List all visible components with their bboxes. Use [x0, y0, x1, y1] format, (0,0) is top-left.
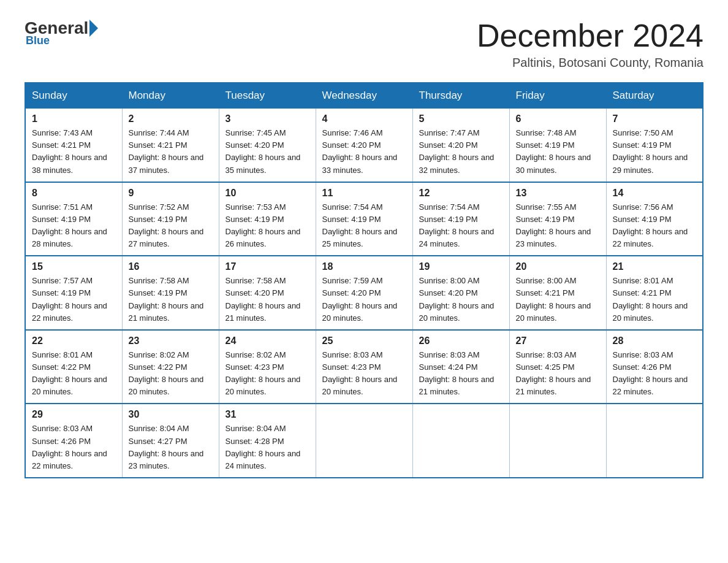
day-info: Sunrise: 7:56 AMSunset: 4:19 PMDaylight:…: [613, 202, 688, 248]
day-info: Sunrise: 7:53 AMSunset: 4:19 PMDaylight:…: [226, 202, 301, 248]
day-info: Sunrise: 8:03 AMSunset: 4:26 PMDaylight:…: [32, 424, 107, 470]
day-info: Sunrise: 7:45 AMSunset: 4:20 PMDaylight:…: [226, 128, 301, 174]
calendar-cell: 14 Sunrise: 7:56 AMSunset: 4:19 PMDaylig…: [606, 182, 703, 256]
calendar-cell: 26 Sunrise: 8:03 AMSunset: 4:24 PMDaylig…: [412, 330, 509, 404]
calendar-cell: 10 Sunrise: 7:53 AMSunset: 4:19 PMDaylig…: [219, 182, 316, 256]
day-number: 4: [322, 113, 406, 124]
header-wednesday: Wednesday: [316, 83, 412, 109]
calendar-cell: 4 Sunrise: 7:46 AMSunset: 4:20 PMDayligh…: [316, 109, 412, 182]
calendar-cell: 25 Sunrise: 8:03 AMSunset: 4:23 PMDaylig…: [316, 330, 412, 404]
day-info: Sunrise: 8:04 AMSunset: 4:27 PMDaylight:…: [129, 424, 204, 470]
day-number: 21: [613, 261, 697, 272]
day-number: 20: [516, 261, 600, 272]
day-number: 31: [226, 409, 309, 420]
calendar-cell: 30 Sunrise: 8:04 AMSunset: 4:27 PMDaylig…: [122, 404, 219, 478]
calendar-cell: [606, 404, 703, 478]
title-block: December 2024 Paltinis, Botosani County,…: [477, 18, 703, 70]
calendar-cell: 18 Sunrise: 7:59 AMSunset: 4:20 PMDaylig…: [316, 256, 412, 330]
calendar-cell: 29 Sunrise: 8:03 AMSunset: 4:26 PMDaylig…: [25, 404, 122, 478]
day-info: Sunrise: 7:52 AMSunset: 4:19 PMDaylight:…: [129, 202, 204, 248]
calendar-cell: 5 Sunrise: 7:47 AMSunset: 4:20 PMDayligh…: [412, 109, 509, 182]
day-info: Sunrise: 7:51 AMSunset: 4:19 PMDaylight:…: [32, 202, 107, 248]
day-info: Sunrise: 8:03 AMSunset: 4:23 PMDaylight:…: [322, 350, 398, 396]
calendar-week-row: 1 Sunrise: 7:43 AMSunset: 4:21 PMDayligh…: [25, 109, 703, 182]
day-info: Sunrise: 8:03 AMSunset: 4:26 PMDaylight:…: [613, 350, 688, 396]
day-number: 28: [613, 335, 697, 347]
calendar-week-row: 22 Sunrise: 8:01 AMSunset: 4:22 PMDaylig…: [25, 330, 703, 404]
day-number: 5: [419, 113, 503, 124]
day-number: 30: [129, 409, 213, 420]
day-number: 29: [32, 409, 116, 420]
logo: General Blue: [25, 18, 99, 47]
calendar-cell: 9 Sunrise: 7:52 AMSunset: 4:19 PMDayligh…: [122, 182, 219, 256]
day-number: 10: [226, 188, 309, 199]
calendar-cell: 8 Sunrise: 7:51 AMSunset: 4:19 PMDayligh…: [25, 182, 122, 256]
day-info: Sunrise: 8:04 AMSunset: 4:28 PMDaylight:…: [226, 424, 301, 470]
header-thursday: Thursday: [412, 83, 509, 109]
location-subtitle: Paltinis, Botosani County, Romania: [477, 56, 703, 70]
logo-blue-text: Blue: [26, 34, 50, 47]
calendar-week-row: 8 Sunrise: 7:51 AMSunset: 4:19 PMDayligh…: [25, 182, 703, 256]
day-number: 9: [129, 188, 213, 199]
day-number: 22: [32, 335, 116, 347]
day-number: 6: [516, 113, 600, 124]
calendar-cell: 3 Sunrise: 7:45 AMSunset: 4:20 PMDayligh…: [219, 109, 316, 182]
day-info: Sunrise: 7:59 AMSunset: 4:20 PMDaylight:…: [322, 276, 398, 322]
header-monday: Monday: [122, 83, 219, 109]
calendar-cell: 23 Sunrise: 8:02 AMSunset: 4:22 PMDaylig…: [122, 330, 219, 404]
day-info: Sunrise: 7:54 AMSunset: 4:19 PMDaylight:…: [322, 202, 398, 248]
calendar-cell: 28 Sunrise: 8:03 AMSunset: 4:26 PMDaylig…: [606, 330, 703, 404]
day-info: Sunrise: 7:47 AMSunset: 4:20 PMDaylight:…: [419, 128, 495, 174]
calendar-cell: 12 Sunrise: 7:54 AMSunset: 4:19 PMDaylig…: [412, 182, 509, 256]
day-number: 26: [419, 335, 503, 347]
day-number: 18: [322, 261, 406, 272]
calendar-cell: 22 Sunrise: 8:01 AMSunset: 4:22 PMDaylig…: [25, 330, 122, 404]
day-number: 11: [322, 188, 406, 199]
day-info: Sunrise: 8:03 AMSunset: 4:24 PMDaylight:…: [419, 350, 495, 396]
day-info: Sunrise: 7:44 AMSunset: 4:21 PMDaylight:…: [129, 128, 204, 174]
day-info: Sunrise: 7:58 AMSunset: 4:19 PMDaylight:…: [129, 276, 204, 322]
calendar-cell: 19 Sunrise: 8:00 AMSunset: 4:20 PMDaylig…: [412, 256, 509, 330]
calendar-cell: 1 Sunrise: 7:43 AMSunset: 4:21 PMDayligh…: [25, 109, 122, 182]
day-info: Sunrise: 7:55 AMSunset: 4:19 PMDaylight:…: [516, 202, 591, 248]
day-info: Sunrise: 8:03 AMSunset: 4:25 PMDaylight:…: [516, 350, 591, 396]
day-info: Sunrise: 7:48 AMSunset: 4:19 PMDaylight:…: [516, 128, 591, 174]
day-number: 7: [613, 113, 697, 124]
calendar-cell: 16 Sunrise: 7:58 AMSunset: 4:19 PMDaylig…: [122, 256, 219, 330]
day-number: 12: [419, 188, 503, 199]
header-tuesday: Tuesday: [219, 83, 316, 109]
calendar-cell: 13 Sunrise: 7:55 AMSunset: 4:19 PMDaylig…: [509, 182, 606, 256]
day-number: 14: [613, 188, 697, 199]
calendar-cell: 27 Sunrise: 8:03 AMSunset: 4:25 PMDaylig…: [509, 330, 606, 404]
calendar-week-row: 15 Sunrise: 7:57 AMSunset: 4:19 PMDaylig…: [25, 256, 703, 330]
day-number: 13: [516, 188, 600, 199]
calendar-cell: 6 Sunrise: 7:48 AMSunset: 4:19 PMDayligh…: [509, 109, 606, 182]
day-info: Sunrise: 7:43 AMSunset: 4:21 PMDaylight:…: [32, 128, 107, 174]
day-number: 24: [226, 335, 309, 347]
day-info: Sunrise: 7:58 AMSunset: 4:20 PMDaylight:…: [226, 276, 301, 322]
day-info: Sunrise: 8:00 AMSunset: 4:21 PMDaylight:…: [516, 276, 591, 322]
calendar-header-row: Sunday Monday Tuesday Wednesday Thursday…: [25, 83, 703, 109]
day-number: 25: [322, 335, 406, 347]
day-number: 17: [226, 261, 309, 272]
day-info: Sunrise: 7:50 AMSunset: 4:19 PMDaylight:…: [613, 128, 688, 174]
day-number: 16: [129, 261, 213, 272]
day-number: 2: [129, 113, 213, 124]
day-number: 8: [32, 188, 116, 199]
calendar-cell: 24 Sunrise: 8:02 AMSunset: 4:23 PMDaylig…: [219, 330, 316, 404]
header-saturday: Saturday: [606, 83, 703, 109]
calendar-week-row: 29 Sunrise: 8:03 AMSunset: 4:26 PMDaylig…: [25, 404, 703, 478]
calendar-cell: [412, 404, 509, 478]
calendar-cell: 31 Sunrise: 8:04 AMSunset: 4:28 PMDaylig…: [219, 404, 316, 478]
day-info: Sunrise: 7:54 AMSunset: 4:19 PMDaylight:…: [419, 202, 495, 248]
calendar-cell: 7 Sunrise: 7:50 AMSunset: 4:19 PMDayligh…: [606, 109, 703, 182]
calendar-cell: 15 Sunrise: 7:57 AMSunset: 4:19 PMDaylig…: [25, 256, 122, 330]
day-number: 1: [32, 113, 116, 124]
calendar-cell: 11 Sunrise: 7:54 AMSunset: 4:19 PMDaylig…: [316, 182, 412, 256]
calendar-cell: 2 Sunrise: 7:44 AMSunset: 4:21 PMDayligh…: [122, 109, 219, 182]
calendar-cell: [509, 404, 606, 478]
day-number: 27: [516, 335, 600, 347]
day-info: Sunrise: 7:46 AMSunset: 4:20 PMDaylight:…: [322, 128, 398, 174]
month-year-title: December 2024: [477, 18, 703, 53]
day-info: Sunrise: 8:02 AMSunset: 4:23 PMDaylight:…: [226, 350, 301, 396]
